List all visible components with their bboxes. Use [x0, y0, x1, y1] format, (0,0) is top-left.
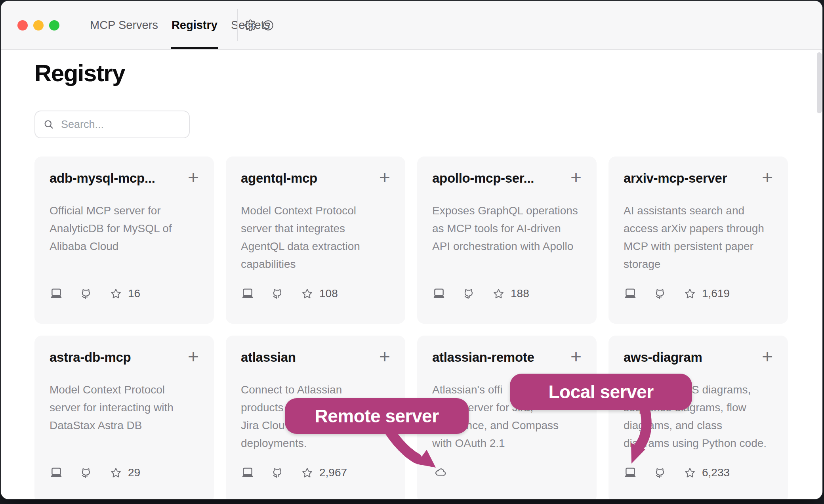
- traffic-lights: [17, 20, 59, 31]
- local-server-arrow: [611, 408, 658, 468]
- server-footer: 29: [50, 466, 199, 480]
- description-line: Model Context Protocol: [241, 202, 390, 220]
- star-icon: [301, 288, 313, 300]
- github-icon: [81, 467, 93, 479]
- description-line: as MCP tools for AI-driven: [432, 220, 582, 237]
- server-description: Model Context Protocolserver that integr…: [241, 202, 390, 273]
- laptop-icon: [241, 466, 254, 479]
- app-window: MCP Servers Registry Secrets Registry: [1, 1, 822, 499]
- help-circle-icon[interactable]: [263, 20, 274, 31]
- star-count: 6,233: [702, 466, 730, 479]
- tab-mcp-servers[interactable]: MCP Servers: [90, 1, 158, 49]
- server-description: AI assistants search andaccess arXiv pap…: [624, 202, 773, 273]
- star-count: 16: [128, 287, 140, 300]
- server-name: atlassian-remote: [432, 350, 534, 365]
- server-description: Exposes GraphQL operationsas MCP tools f…: [432, 202, 582, 255]
- search-icon: [43, 119, 54, 130]
- laptop-icon: [50, 287, 63, 300]
- github-icon: [464, 288, 476, 300]
- toolbar-divider: [237, 9, 238, 41]
- description-line: AnalyticDB for MySQL of: [50, 220, 199, 237]
- star-icon: [493, 288, 504, 300]
- description-line: Official MCP server for: [50, 202, 199, 220]
- github-icon: [655, 467, 667, 479]
- server-description: Official MCP server forAnalyticDB for My…: [50, 202, 199, 255]
- settings-gear-icon[interactable]: [244, 19, 256, 31]
- add-server-button[interactable]: +: [188, 351, 199, 363]
- description-line: API orchestration with Apollo: [432, 237, 582, 255]
- server-footer: 6,233: [624, 466, 773, 480]
- server-name: aws-diagram: [624, 350, 702, 365]
- server-name: agentql-mcp: [241, 171, 317, 186]
- close-button[interactable]: [17, 20, 28, 31]
- server-card: astra-db-mcp + Model Context Protocolser…: [34, 336, 214, 499]
- server-footer: 1,619: [624, 286, 773, 301]
- description-line: MCP with persistent paper: [624, 237, 773, 255]
- add-server-button[interactable]: +: [188, 172, 199, 183]
- titlebar: MCP Servers Registry Secrets: [1, 1, 822, 50]
- star-icon: [110, 288, 122, 300]
- server-footer: 16: [50, 286, 199, 301]
- add-server-button[interactable]: +: [570, 172, 582, 183]
- description-line: Alibaba Cloud: [50, 237, 199, 255]
- search-input[interactable]: [60, 118, 181, 131]
- laptop-icon: [50, 466, 63, 479]
- tab-registry[interactable]: Registry: [172, 1, 217, 49]
- description-line: server for interacting with: [50, 399, 199, 416]
- github-icon: [655, 288, 667, 300]
- star-icon: [110, 467, 122, 479]
- star-icon: [684, 467, 696, 479]
- description-line: Exposes GraphQL operations: [432, 202, 582, 220]
- server-description: Model Context Protocolserver for interac…: [50, 381, 199, 434]
- scrollbar-thumb[interactable]: [817, 52, 822, 113]
- server-footer: 108: [241, 286, 390, 301]
- server-card: apollo-mcp-ser... + Exposes GraphQL oper…: [417, 157, 597, 324]
- server-card: adb-mysql-mcp... + Official MCP server f…: [34, 157, 214, 324]
- local-server-callout: Local server: [510, 374, 692, 410]
- laptop-icon: [432, 287, 446, 300]
- star-count: 108: [319, 287, 338, 300]
- server-name: astra-db-mcp: [50, 350, 131, 365]
- server-name: apollo-mcp-ser...: [432, 171, 534, 186]
- star-icon: [301, 467, 313, 479]
- server-card: agentql-mcp + Model Context Protocolserv…: [226, 157, 405, 324]
- add-server-button[interactable]: +: [762, 172, 773, 183]
- description-line: capabilities: [241, 255, 390, 273]
- description-line: AgentQL data extraction: [241, 237, 390, 255]
- star-count: 188: [511, 287, 529, 300]
- tab-bar: MCP Servers Registry Secrets: [90, 1, 270, 49]
- star-count: 29: [128, 466, 140, 479]
- description-line: AI assistants search and: [624, 202, 773, 220]
- zoom-button[interactable]: [49, 20, 59, 31]
- laptop-icon: [624, 287, 637, 300]
- description-line: Connect to Atlassian: [241, 381, 390, 399]
- star-icon: [684, 288, 696, 300]
- description-line: DataStax Astra DB: [50, 416, 199, 434]
- github-icon: [272, 288, 284, 300]
- server-name: arxiv-mcp-server: [624, 171, 727, 186]
- description-line: with OAuth 2.1: [432, 434, 582, 452]
- server-name: atlassian: [241, 350, 296, 365]
- search-box: [34, 111, 190, 138]
- server-footer: [432, 466, 582, 480]
- add-server-button[interactable]: +: [379, 351, 390, 363]
- star-count: 1,619: [702, 287, 730, 300]
- add-server-button[interactable]: +: [570, 351, 582, 363]
- server-footer: 2,967: [241, 466, 390, 480]
- description-line: access arXiv papers through: [624, 220, 773, 237]
- server-name: adb-mysql-mcp...: [50, 171, 155, 186]
- github-icon: [81, 288, 93, 300]
- description-line: deployments.: [241, 434, 390, 452]
- page-title: Registry: [34, 59, 125, 87]
- server-footer: 188: [432, 286, 582, 301]
- remote-server-arrow: [377, 427, 444, 474]
- server-card: arxiv-mcp-server + AI assistants search …: [608, 157, 788, 324]
- github-icon: [272, 467, 284, 479]
- minimize-button[interactable]: [33, 20, 44, 31]
- laptop-icon: [624, 466, 637, 479]
- description-line: server that integrates: [241, 220, 390, 237]
- laptop-icon: [241, 287, 254, 300]
- add-server-button[interactable]: +: [379, 172, 390, 183]
- description-line: Model Context Protocol: [50, 381, 199, 399]
- add-server-button[interactable]: +: [762, 351, 773, 363]
